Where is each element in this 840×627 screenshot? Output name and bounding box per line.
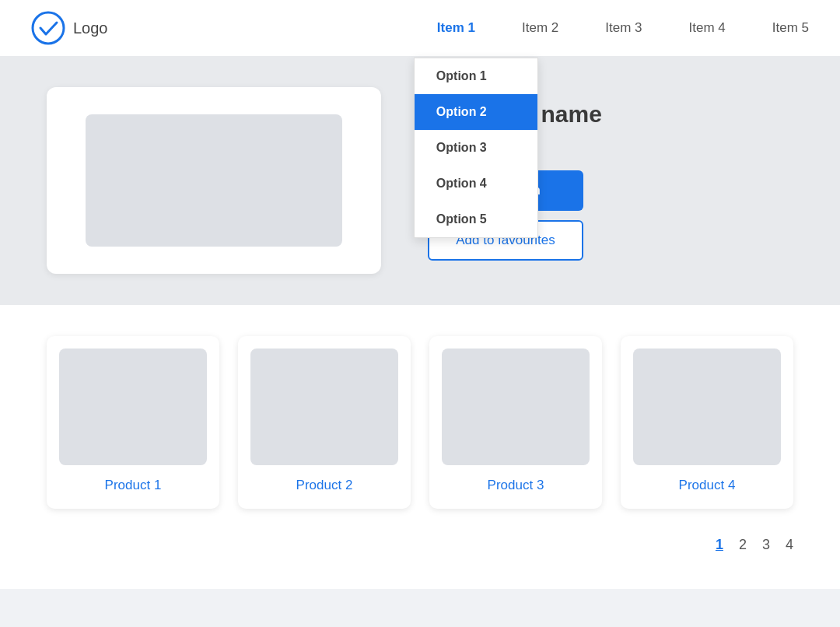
- page-3[interactable]: 3: [762, 537, 770, 553]
- logo-area: Logo: [31, 11, 108, 45]
- navbar: Logo Item 1 Option 1 Option 2 Option 3 O…: [0, 0, 840, 56]
- product-card-name-1: Product 1: [105, 478, 162, 493]
- product-card-image-1: [59, 349, 207, 465]
- product-card-name-2: Product 2: [296, 478, 353, 493]
- products-grid: Product 1 Product 2 Product 3 Product 4: [47, 336, 793, 509]
- nav-item-1[interactable]: Item 1 Option 1 Option 2 Option 3 Option…: [437, 2, 475, 54]
- page-4[interactable]: 4: [786, 537, 793, 553]
- dropdown-menu: Option 1 Option 2 Option 3 Option 4 Opti…: [414, 58, 538, 238]
- dropdown-option-5[interactable]: Option 5: [415, 201, 537, 237]
- product-card-3[interactable]: Product 3: [429, 336, 602, 509]
- nav-items: Item 1 Option 1 Option 2 Option 3 Option…: [437, 2, 809, 54]
- dropdown-option-3[interactable]: Option 3: [415, 130, 537, 166]
- pagination: 1 2 3 4: [47, 537, 793, 566]
- product-card-image-4: [633, 349, 781, 465]
- page-2[interactable]: 2: [739, 537, 747, 553]
- product-card-2[interactable]: Product 2: [238, 336, 411, 509]
- logo-text: Logo: [73, 19, 108, 37]
- dropdown-option-1[interactable]: Option 1: [415, 58, 537, 94]
- dropdown-option-2[interactable]: Option 2: [415, 94, 537, 130]
- nav-item-4[interactable]: Item 4: [689, 2, 726, 54]
- page-1[interactable]: 1: [716, 537, 723, 553]
- dropdown-option-4[interactable]: Option 4: [415, 166, 537, 201]
- product-image-placeholder: [86, 114, 342, 247]
- nav-item-3[interactable]: Item 3: [605, 2, 642, 54]
- product-card-1[interactable]: Product 1: [47, 336, 219, 509]
- product-card-4[interactable]: Product 4: [621, 336, 793, 509]
- nav-item-5[interactable]: Item 5: [772, 2, 809, 54]
- svg-point-0: [33, 12, 64, 44]
- product-card-image-3: [442, 349, 590, 465]
- product-card-name-3: Product 3: [488, 478, 544, 493]
- product-image-card: [47, 87, 381, 274]
- nav-item-2[interactable]: Item 2: [522, 2, 558, 54]
- products-section: Product 1 Product 2 Product 3 Product 4 …: [0, 305, 840, 589]
- product-card-name-4: Product 4: [679, 478, 736, 493]
- product-card-image-2: [250, 349, 398, 465]
- logo-icon: [31, 11, 65, 45]
